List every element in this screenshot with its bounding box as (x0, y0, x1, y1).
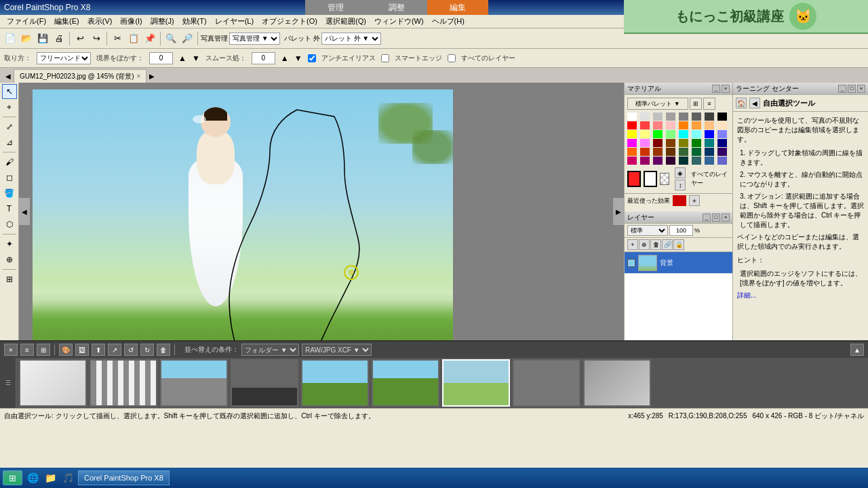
opacity-input[interactable] (669, 225, 693, 236)
strip-redo-btn[interactable]: ↻ (140, 344, 154, 356)
layers-float[interactable]: □ (712, 214, 720, 222)
tool-text[interactable]: T (2, 201, 17, 216)
taskbar-media[interactable]: 🎵 (60, 470, 75, 485)
start-btn[interactable]: ⊞ (3, 470, 22, 485)
tab-close[interactable]: × (137, 73, 141, 80)
taskbar-paintshop[interactable]: Corel PaintShop Pro X8 (78, 470, 170, 485)
learn-back-btn[interactable]: 🏠 (736, 98, 747, 108)
color-swatch-item[interactable] (705, 130, 714, 138)
thumb-5[interactable] (372, 359, 439, 407)
color-swatch-item[interactable] (640, 113, 650, 121)
color-swatch-item[interactable] (679, 113, 688, 121)
color-swatch-item[interactable] (653, 157, 663, 165)
color-swatch-item[interactable] (705, 157, 714, 165)
color-swatch-item[interactable] (679, 148, 688, 156)
tab-prev[interactable]: ◀ (3, 69, 14, 83)
strip-grid-btn[interactable]: ⊞ (37, 344, 50, 356)
color-swatch-item[interactable] (627, 121, 637, 129)
folder-select[interactable]: フォルダー ▼ (241, 344, 299, 356)
learn-more-link[interactable]: 詳細... (737, 291, 864, 300)
menu-adjust[interactable]: 調整(J) (146, 15, 178, 28)
canvas-nav-right[interactable]: ▶ (613, 198, 624, 225)
thumb-3[interactable] (231, 359, 298, 407)
canvas-nav-left[interactable]: ◀ (19, 198, 30, 225)
zoom-out-btn[interactable]: 🔎 (180, 31, 195, 46)
palette-select[interactable]: パレット 外 ▼ (321, 33, 381, 45)
material-minimize[interactable]: _ (712, 85, 720, 93)
color-swatch-item[interactable] (705, 139, 714, 147)
thumb-1[interactable] (90, 359, 157, 407)
color-swatch-item[interactable] (640, 130, 650, 138)
layers-minimize[interactable]: _ (703, 214, 711, 222)
learn-prev-btn[interactable]: ◀ (749, 98, 760, 108)
paste-btn[interactable]: 📌 (142, 31, 157, 46)
add-effect-btn[interactable]: + (689, 195, 700, 206)
foreground-color[interactable] (627, 171, 641, 187)
palette-tab-custom[interactable]: ≡ (703, 98, 715, 110)
link-layers-btn[interactable]: 🔗 (662, 239, 673, 250)
color-swatch-item[interactable] (692, 157, 701, 165)
thumb-8[interactable] (583, 359, 651, 407)
menu-help[interactable]: ヘルプ(H) (428, 15, 469, 28)
color-swatch-item[interactable] (653, 121, 663, 129)
background-color[interactable] (644, 171, 657, 187)
color-swatch-item[interactable] (679, 130, 688, 138)
strip-close-btn[interactable]: × (4, 344, 18, 356)
smooth-down[interactable]: ▼ (294, 54, 302, 63)
lock-layers-btn[interactable]: 🔒 (673, 239, 684, 250)
learning-close[interactable]: × (857, 85, 865, 93)
color-swatch-item[interactable] (640, 139, 650, 147)
color-swatch-item[interactable] (717, 121, 727, 129)
new-group-btn[interactable]: ⊕ (639, 239, 650, 250)
color-swatch-item[interactable] (705, 148, 714, 156)
color-swatch-item[interactable] (717, 157, 727, 165)
learning-minimize[interactable]: _ (838, 85, 846, 93)
mode-select[interactable]: フリーハンド (37, 52, 91, 64)
tool-crop[interactable]: ⊞ (2, 272, 17, 287)
color-swatch-item[interactable] (692, 148, 701, 156)
antialias-check[interactable] (308, 54, 316, 62)
tool-retouch[interactable]: ✦ (2, 237, 17, 251)
color-swatch-item[interactable] (653, 148, 663, 156)
zoom-in-btn[interactable]: 🔍 (163, 31, 178, 46)
color-swatch-item[interactable] (666, 148, 675, 156)
color-swatch-item[interactable] (692, 130, 701, 138)
strip-img-btn[interactable]: 🖼 (75, 344, 89, 356)
copy-btn[interactable]: 📋 (126, 31, 141, 46)
open-btn[interactable]: 📂 (19, 31, 34, 46)
strip-share-btn[interactable]: ↗ (108, 344, 121, 356)
material-close[interactable]: × (722, 85, 730, 93)
menu-selection[interactable]: 選択範囲(Q) (321, 15, 370, 28)
new-layer-btn[interactable]: + (627, 239, 638, 250)
menu-effects[interactable]: 効果(T) (178, 15, 211, 28)
color-swatch-item[interactable] (640, 121, 650, 129)
taskbar-ie[interactable]: 🌐 (25, 470, 40, 485)
thumb-4[interactable] (301, 359, 369, 407)
menu-edit[interactable]: 編集(E) (50, 15, 83, 28)
thumb-0[interactable] (19, 359, 87, 407)
color-swatch-item[interactable] (705, 121, 714, 129)
tool-straighten[interactable]: ⊿ (2, 135, 17, 150)
color-swatch-item[interactable] (653, 113, 663, 121)
color-swatch-item[interactable] (692, 113, 701, 121)
tool-fill[interactable]: 🪣 (2, 186, 17, 201)
learning-float[interactable]: □ (848, 85, 856, 93)
color-picker-btn[interactable]: ◈ (675, 167, 686, 178)
palette-tab-standard[interactable]: 標準パレット ▼ (627, 98, 688, 110)
menu-file[interactable]: ファイル(F) (3, 15, 50, 28)
thumb-6[interactable] (442, 359, 510, 407)
strip-color-btn[interactable]: 🎨 (59, 344, 73, 356)
color-swap-btn[interactable]: ↕ (675, 180, 686, 190)
color-swatch-item[interactable] (627, 130, 637, 138)
filetype-select[interactable]: RAW/JPG XCF ▼ (302, 344, 372, 356)
tool-clone[interactable]: ⊕ (2, 252, 17, 267)
strip-list-btn[interactable]: ≡ (20, 344, 34, 356)
menu-objects[interactable]: オブジェクト(O) (258, 15, 321, 28)
color-swatch-item[interactable] (679, 139, 688, 147)
save-btn[interactable]: 💾 (35, 31, 50, 46)
color-swatch-item[interactable] (653, 139, 663, 147)
view-select[interactable]: 写真管理 ▼ (229, 33, 280, 45)
strip-upload-btn[interactable]: ⬆ (92, 344, 105, 356)
color-swatch-item[interactable] (666, 130, 675, 138)
menu-image[interactable]: 画像(I) (116, 15, 146, 28)
